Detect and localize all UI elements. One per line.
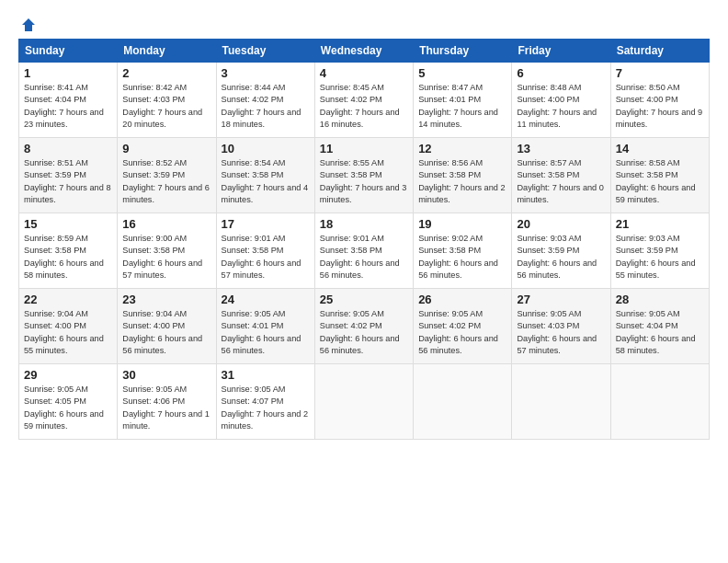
calendar-cell: 6Sunrise: 8:48 AMSunset: 4:00 PMDaylight… xyxy=(512,63,610,138)
week-row-4: 22Sunrise: 9:04 AMSunset: 4:00 PMDayligh… xyxy=(19,289,710,364)
calendar-cell: 28Sunrise: 9:05 AMSunset: 4:04 PMDayligh… xyxy=(610,289,709,364)
calendar-cell: 9Sunrise: 8:52 AMSunset: 3:59 PMDaylight… xyxy=(118,138,216,213)
cell-info: Sunrise: 8:58 AMSunset: 3:58 PMDaylight:… xyxy=(616,157,704,206)
calendar-cell xyxy=(610,364,709,440)
calendar-cell: 4Sunrise: 8:45 AMSunset: 4:02 PMDaylight… xyxy=(314,63,413,138)
day-number: 25 xyxy=(320,293,408,306)
day-number: 17 xyxy=(222,217,310,231)
calendar-cell: 11Sunrise: 8:55 AMSunset: 3:58 PMDayligh… xyxy=(314,138,413,213)
cell-info: Sunrise: 8:54 AMSunset: 3:58 PMDaylight:… xyxy=(222,157,310,206)
calendar-cell: 8Sunrise: 8:51 AMSunset: 3:59 PMDaylight… xyxy=(19,138,118,213)
cell-info: Sunrise: 8:57 AMSunset: 3:58 PMDaylight:… xyxy=(517,157,605,206)
day-number: 20 xyxy=(517,217,605,231)
cell-info: Sunrise: 9:01 AMSunset: 3:58 PMDaylight:… xyxy=(222,233,310,282)
day-number: 10 xyxy=(222,142,310,155)
day-number: 2 xyxy=(122,66,210,80)
cell-info: Sunrise: 8:47 AMSunset: 4:01 PMDaylight:… xyxy=(418,82,506,131)
cell-info: Sunrise: 8:41 AMSunset: 4:04 PMDaylight:… xyxy=(24,82,112,131)
calendar-cell: 17Sunrise: 9:01 AMSunset: 3:58 PMDayligh… xyxy=(216,213,314,289)
calendar-cell: 15Sunrise: 8:59 AMSunset: 3:58 PMDayligh… xyxy=(19,213,118,289)
weekday-header-sunday: Sunday xyxy=(19,40,118,63)
calendar-cell: 1Sunrise: 8:41 AMSunset: 4:04 PMDaylight… xyxy=(19,63,118,138)
calendar-table: SundayMondayTuesdayWednesdayThursdayFrid… xyxy=(18,39,710,440)
cell-info: Sunrise: 9:01 AMSunset: 3:58 PMDaylight:… xyxy=(320,233,408,282)
week-row-3: 15Sunrise: 8:59 AMSunset: 3:58 PMDayligh… xyxy=(19,213,710,289)
calendar-cell xyxy=(414,364,512,440)
day-number: 31 xyxy=(222,368,310,382)
calendar-cell: 19Sunrise: 9:02 AMSunset: 3:58 PMDayligh… xyxy=(414,213,512,289)
day-number: 8 xyxy=(24,142,112,155)
week-row-2: 8Sunrise: 8:51 AMSunset: 3:59 PMDaylight… xyxy=(19,138,710,213)
calendar-cell: 29Sunrise: 9:05 AMSunset: 4:05 PMDayligh… xyxy=(19,364,118,440)
calendar-cell: 21Sunrise: 9:03 AMSunset: 3:59 PMDayligh… xyxy=(610,213,709,289)
calendar-cell: 30Sunrise: 9:05 AMSunset: 4:06 PMDayligh… xyxy=(118,364,216,440)
logo xyxy=(18,17,37,29)
day-number: 5 xyxy=(418,66,506,80)
day-number: 26 xyxy=(418,293,506,306)
cell-info: Sunrise: 8:44 AMSunset: 4:02 PMDaylight:… xyxy=(222,82,310,131)
calendar-cell: 26Sunrise: 9:05 AMSunset: 4:02 PMDayligh… xyxy=(414,289,512,364)
svg-marker-0 xyxy=(22,18,35,31)
day-number: 3 xyxy=(222,66,310,80)
calendar-cell: 31Sunrise: 9:05 AMSunset: 4:07 PMDayligh… xyxy=(216,364,314,440)
cell-info: Sunrise: 9:05 AMSunset: 4:07 PMDaylight:… xyxy=(222,384,310,432)
calendar-cell: 12Sunrise: 8:56 AMSunset: 3:58 PMDayligh… xyxy=(414,138,512,213)
calendar-cell: 13Sunrise: 8:57 AMSunset: 3:58 PMDayligh… xyxy=(512,138,610,213)
day-number: 12 xyxy=(418,142,506,155)
day-number: 11 xyxy=(320,142,408,155)
cell-info: Sunrise: 8:45 AMSunset: 4:02 PMDaylight:… xyxy=(320,82,408,131)
calendar-cell: 22Sunrise: 9:04 AMSunset: 4:00 PMDayligh… xyxy=(19,289,118,364)
weekday-header-friday: Friday xyxy=(512,40,610,63)
weekday-header-wednesday: Wednesday xyxy=(314,40,413,63)
week-row-5: 29Sunrise: 9:05 AMSunset: 4:05 PMDayligh… xyxy=(19,364,710,440)
calendar-cell: 24Sunrise: 9:05 AMSunset: 4:01 PMDayligh… xyxy=(216,289,314,364)
day-number: 30 xyxy=(122,368,210,382)
day-number: 27 xyxy=(517,293,605,306)
calendar-cell: 25Sunrise: 9:05 AMSunset: 4:02 PMDayligh… xyxy=(314,289,413,364)
cell-info: Sunrise: 9:03 AMSunset: 3:59 PMDaylight:… xyxy=(616,233,704,282)
cell-info: Sunrise: 8:55 AMSunset: 3:58 PMDaylight:… xyxy=(320,157,408,206)
day-number: 24 xyxy=(222,293,310,306)
cell-info: Sunrise: 8:48 AMSunset: 4:00 PMDaylight:… xyxy=(517,82,605,131)
calendar-cell: 10Sunrise: 8:54 AMSunset: 3:58 PMDayligh… xyxy=(216,138,314,213)
cell-info: Sunrise: 9:04 AMSunset: 4:00 PMDaylight:… xyxy=(122,308,210,357)
calendar-cell: 5Sunrise: 8:47 AMSunset: 4:01 PMDaylight… xyxy=(414,63,512,138)
cell-info: Sunrise: 8:50 AMSunset: 4:00 PMDaylight:… xyxy=(616,82,704,131)
cell-info: Sunrise: 9:05 AMSunset: 4:01 PMDaylight:… xyxy=(222,308,310,357)
day-number: 13 xyxy=(517,142,605,155)
cell-info: Sunrise: 9:02 AMSunset: 3:58 PMDaylight:… xyxy=(418,233,506,282)
calendar-cell: 2Sunrise: 8:42 AMSunset: 4:03 PMDaylight… xyxy=(118,63,216,138)
day-number: 19 xyxy=(418,217,506,231)
cell-info: Sunrise: 8:42 AMSunset: 4:03 PMDaylight:… xyxy=(122,82,210,131)
day-number: 4 xyxy=(320,66,408,80)
cell-info: Sunrise: 8:59 AMSunset: 3:58 PMDaylight:… xyxy=(24,233,112,282)
page-header xyxy=(18,17,710,29)
cell-info: Sunrise: 9:00 AMSunset: 3:58 PMDaylight:… xyxy=(122,233,210,282)
day-number: 7 xyxy=(616,66,704,80)
day-number: 6 xyxy=(517,66,605,80)
calendar-cell xyxy=(512,364,610,440)
day-number: 23 xyxy=(122,293,210,306)
day-number: 21 xyxy=(616,217,704,231)
cell-info: Sunrise: 9:05 AMSunset: 4:05 PMDaylight:… xyxy=(24,384,112,432)
logo-icon xyxy=(20,17,37,33)
day-number: 22 xyxy=(24,293,112,306)
cell-info: Sunrise: 9:05 AMSunset: 4:04 PMDaylight:… xyxy=(616,308,704,357)
day-number: 16 xyxy=(122,217,210,231)
day-number: 28 xyxy=(616,293,704,306)
cell-info: Sunrise: 9:04 AMSunset: 4:00 PMDaylight:… xyxy=(24,308,112,357)
calendar-cell: 3Sunrise: 8:44 AMSunset: 4:02 PMDaylight… xyxy=(216,63,314,138)
calendar-cell: 18Sunrise: 9:01 AMSunset: 3:58 PMDayligh… xyxy=(314,213,413,289)
cell-info: Sunrise: 8:51 AMSunset: 3:59 PMDaylight:… xyxy=(24,157,112,206)
day-number: 29 xyxy=(24,368,112,382)
calendar-cell xyxy=(314,364,413,440)
day-number: 9 xyxy=(122,142,210,155)
calendar-cell: 7Sunrise: 8:50 AMSunset: 4:00 PMDaylight… xyxy=(610,63,709,138)
day-number: 1 xyxy=(24,66,112,80)
week-row-1: 1Sunrise: 8:41 AMSunset: 4:04 PMDaylight… xyxy=(19,63,710,138)
calendar-cell: 23Sunrise: 9:04 AMSunset: 4:00 PMDayligh… xyxy=(118,289,216,364)
cell-info: Sunrise: 9:05 AMSunset: 4:03 PMDaylight:… xyxy=(517,308,605,357)
day-number: 15 xyxy=(24,217,112,231)
cell-info: Sunrise: 9:03 AMSunset: 3:59 PMDaylight:… xyxy=(517,233,605,282)
calendar-cell: 16Sunrise: 9:00 AMSunset: 3:58 PMDayligh… xyxy=(118,213,216,289)
